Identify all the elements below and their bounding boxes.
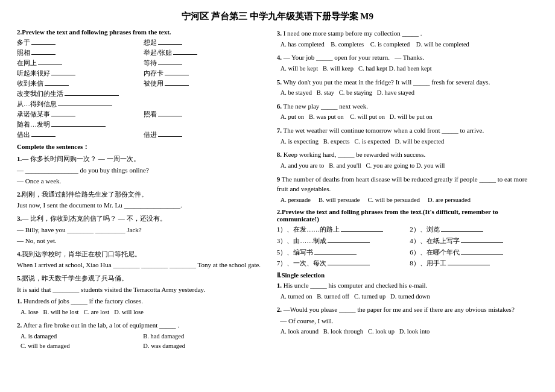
mcq-right-3: 3. I need one more stamp before my colle… (277, 28, 538, 49)
section2-title: 2.Preview the text and folling phrases f… (277, 208, 538, 223)
sentence-4: 4.我到达学校时，肖华正在校门口等托尼。 When I arrived at s… (17, 249, 266, 271)
phrases2-grid: 1）、在发……的路上 2）、浏览 3）、由……制成 4）、在纸上写字 5）、编写… (277, 224, 538, 269)
single-mcq-1: 1. His uncle _____ his computer and chec… (277, 280, 538, 301)
single-mcq-2: 2. —Would you please _____ the paper for… (277, 305, 538, 337)
mcq-right-4: 4. — Your job _____ open for your return… (277, 52, 538, 73)
right-column: 3. I need one more stamp before my colle… (277, 28, 538, 354)
mcq-right-6: 6. The new play _____ next week. A. put … (277, 101, 538, 122)
complete-title: Complete the sentences： (17, 142, 266, 151)
mcq-left-1: 1. Hundreds of jobs _____ if the factory… (17, 296, 266, 317)
phrases-grid: 多于 想起 照相 举起/张贴 在网上 等待 听起来很好 内存卡 收到来信 被使用… (17, 37, 266, 139)
single-title: Ⅱ.Single selection (277, 271, 538, 279)
sentence-5: 5.据说，昨天数千学生参观了兵马俑。 It is said that _____… (17, 273, 266, 295)
mcq-right-7: 7. The wet weather will continue tomorro… (277, 125, 538, 146)
sentence-1: 1.— 你多长时间网购一次？ — 一周一次。 — _______________… (17, 154, 266, 187)
mcq-right-9: 9 The number of deaths from heart diseas… (277, 174, 538, 205)
page-title: 宁河区 芦台第三 中学九年级英语下册导学案 M9 (17, 11, 538, 22)
sentence-3: 3.— 比利，你收到杰克的信了吗？ — 不，还没有。 — Billy, have… (17, 213, 266, 247)
section1-title: 2.Preview the text and following phrases… (17, 28, 266, 36)
sentence-2: 2.刚刚，我通过邮件给路先生发了那份文件。 Just now, I sent t… (17, 189, 266, 211)
mcq-right-8: 8. Keep working hard, _____ be rewarded … (277, 150, 538, 170)
mcq-right-5: 5. Why don't you put the meat in the fri… (277, 77, 538, 98)
left-column: 2.Preview the text and following phrases… (17, 28, 266, 354)
mcq-left-2: 2. After a fire broke out in the lab, a … (17, 320, 266, 350)
